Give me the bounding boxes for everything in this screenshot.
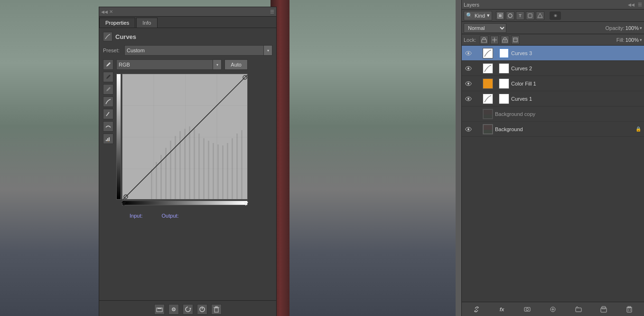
histogram-icon[interactable]: ⚠ bbox=[103, 134, 113, 144]
svg-rect-83 bbox=[627, 308, 632, 312]
svg-rect-80 bbox=[576, 308, 581, 312]
lock-label: Lock: bbox=[464, 37, 476, 43]
filter-toggle[interactable]: ◉ bbox=[550, 11, 561, 20]
preview-btn[interactable] bbox=[197, 304, 207, 315]
layer-thumb-colorfill1 bbox=[483, 78, 493, 89]
blend-mode-select[interactable]: Normal Multiply Screen bbox=[464, 23, 506, 33]
filter-smart-btn[interactable] bbox=[536, 11, 544, 20]
tab-properties[interactable]: Properties bbox=[99, 18, 135, 28]
svg-point-38 bbox=[173, 309, 174, 310]
add-mask-btn[interactable] bbox=[523, 305, 532, 314]
channel-select-arrow[interactable]: ▾ bbox=[213, 59, 222, 70]
layer-mask-curves1[interactable] bbox=[499, 94, 509, 104]
preset-select[interactable]: Custom Default Strong Contrast Medium Co… bbox=[124, 45, 264, 56]
layer-item-colorfill1[interactable]: Color Fill 1 bbox=[462, 76, 644, 91]
link-layers-btn[interactable] bbox=[472, 305, 481, 314]
pencil-tool[interactable] bbox=[103, 109, 113, 119]
new-layer-btn[interactable] bbox=[599, 305, 608, 314]
layer-link-curves3 bbox=[474, 49, 481, 57]
lock-pixels-btn[interactable] bbox=[480, 36, 488, 44]
layer-eye-background[interactable] bbox=[465, 125, 472, 133]
svg-rect-15 bbox=[165, 148, 167, 199]
svg-rect-51 bbox=[483, 38, 485, 41]
layer-item-curves1[interactable]: Curves 1 bbox=[462, 91, 644, 106]
layer-chain-curves3 bbox=[495, 48, 497, 58]
layer-eye-curves1[interactable] bbox=[465, 95, 472, 103]
layer-link-curves1 bbox=[474, 95, 481, 103]
filter-type-btn[interactable]: T bbox=[516, 11, 524, 20]
layer-mask-curves3[interactable] bbox=[499, 48, 509, 58]
lock-position-btn[interactable] bbox=[490, 36, 499, 44]
svg-rect-17 bbox=[175, 136, 176, 199]
svg-rect-29 bbox=[232, 138, 233, 199]
panel-content: Curves Preset: Custom Default Strong Con… bbox=[99, 28, 276, 300]
white-slider-handle[interactable] bbox=[243, 202, 248, 206]
black-slider-handle[interactable] bbox=[121, 202, 126, 206]
layers-list: Curves 3 Curves 2 Color Fill 1 bbox=[462, 46, 644, 302]
layer-item-bgcopy[interactable]: Background copy bbox=[462, 106, 644, 122]
layer-eye-colorfill1[interactable] bbox=[465, 80, 472, 87]
eyedropper-tool[interactable] bbox=[103, 59, 113, 70]
preset-select-arrow[interactable]: ▾ bbox=[264, 45, 272, 56]
titlebar-menu-icon[interactable]: ☰ bbox=[270, 9, 274, 14]
collapse-icon: ◀◀ bbox=[101, 10, 108, 14]
layer-item-background[interactable]: Background 🔒 bbox=[462, 122, 644, 137]
fill-control: Fill: 100% ▾ bbox=[616, 37, 642, 43]
svg-point-47 bbox=[508, 14, 512, 18]
visibility-btn[interactable] bbox=[168, 304, 179, 315]
layer-item-curves3[interactable]: Curves 3 bbox=[462, 46, 644, 61]
layer-chain-curves2 bbox=[495, 63, 497, 74]
channel-select[interactable]: RGB Red Green Blue bbox=[116, 59, 213, 70]
add-style-btn[interactable]: fx bbox=[497, 305, 507, 314]
curves-draw-tool[interactable] bbox=[103, 96, 113, 107]
titlebar-close-btn[interactable]: ✕ bbox=[109, 9, 113, 14]
gray-point-tool[interactable] bbox=[103, 84, 113, 95]
smooth-tool[interactable] bbox=[103, 121, 113, 132]
clip-to-layer-btn[interactable] bbox=[154, 304, 165, 315]
svg-rect-42 bbox=[215, 308, 218, 312]
input-gradient-bar-wrap bbox=[122, 200, 248, 205]
delete-layer-btn[interactable] bbox=[625, 305, 634, 314]
opacity-value[interactable]: 100% bbox=[625, 25, 639, 31]
preset-row: Preset: Custom Default Strong Contrast M… bbox=[103, 45, 272, 56]
layers-bottom-toolbar: fx bbox=[462, 302, 644, 316]
tab-info[interactable]: Info bbox=[136, 18, 157, 28]
new-fill-btn[interactable] bbox=[548, 305, 558, 314]
fill-value[interactable]: 100% bbox=[625, 37, 639, 43]
input-gradient-bar bbox=[122, 201, 248, 205]
layer-thumb-bgcopy bbox=[483, 109, 493, 119]
lock-all-btn[interactable] bbox=[501, 36, 509, 44]
svg-rect-19 bbox=[184, 129, 186, 199]
filter-shape-btn[interactable] bbox=[526, 11, 534, 20]
channel-select-wrap: RGB Red Green Blue ▾ bbox=[116, 59, 222, 70]
preset-label: Preset: bbox=[103, 48, 124, 53]
lock-artboard-btn[interactable] bbox=[511, 36, 520, 44]
layer-eye-curves2[interactable] bbox=[465, 65, 472, 72]
black-point-tool[interactable] bbox=[103, 72, 113, 82]
svg-line-1 bbox=[106, 112, 109, 116]
curves-graph[interactable] bbox=[122, 74, 248, 200]
search-icon: 🔍 bbox=[466, 12, 473, 19]
auto-button[interactable]: Auto bbox=[224, 59, 248, 70]
kind-dropdown-arrow: ▾ bbox=[487, 12, 490, 19]
reset-btn[interactable] bbox=[183, 304, 193, 315]
delete-btn[interactable] bbox=[211, 304, 222, 315]
layers-menu-icon[interactable]: ☰ bbox=[638, 2, 642, 7]
kind-select[interactable]: 🔍 Kind ▾ bbox=[464, 11, 492, 20]
new-group-btn[interactable] bbox=[574, 305, 583, 314]
filter-pixel-btn[interactable] bbox=[496, 11, 504, 20]
opacity-dropdown[interactable]: ▾ bbox=[640, 26, 642, 30]
filter-adjustment-btn[interactable] bbox=[506, 11, 514, 20]
layer-eye-curves3[interactable] bbox=[465, 49, 472, 57]
layer-mask-colorfill1[interactable] bbox=[499, 78, 509, 89]
fill-dropdown[interactable]: ▾ bbox=[640, 38, 642, 42]
curves-graph-wrap bbox=[116, 74, 248, 200]
layer-item-curves2[interactable]: Curves 2 bbox=[462, 61, 644, 76]
layer-mask-curves2[interactable] bbox=[499, 63, 509, 74]
layer-name-bgcopy: Background copy bbox=[495, 111, 641, 117]
layer-chain-curves1 bbox=[495, 94, 497, 104]
svg-marker-49 bbox=[538, 13, 542, 18]
layers-controls-row: Normal Multiply Screen Opacity: 100% ▾ bbox=[462, 22, 644, 34]
svg-rect-46 bbox=[499, 14, 502, 17]
layer-thumb-curves1 bbox=[483, 94, 493, 104]
